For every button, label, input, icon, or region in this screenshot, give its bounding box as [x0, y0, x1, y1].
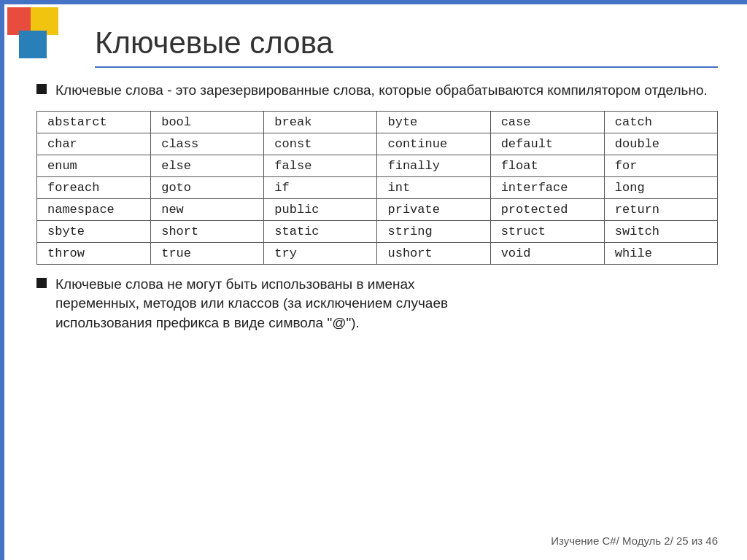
table-cell: int — [377, 176, 490, 198]
table-cell: float — [490, 155, 604, 176]
table-cell: finally — [377, 155, 490, 176]
table-row: enumelsefalsefinallyfloatfor — [37, 155, 718, 176]
table-cell: struct — [490, 220, 604, 242]
top-bar — [0, 0, 747, 4]
table-cell: private — [377, 198, 490, 220]
logo-blue — [19, 31, 47, 58]
table-cell: long — [604, 176, 717, 198]
table-cell: else — [151, 155, 264, 176]
table-cell: class — [151, 133, 264, 155]
table-cell: public — [264, 198, 377, 220]
table-cell: break — [264, 111, 377, 133]
bullet-square-1 — [36, 84, 47, 94]
table-cell: true — [151, 242, 264, 264]
table-cell: throw — [37, 242, 151, 264]
table-cell: for — [604, 155, 717, 176]
table-cell: return — [604, 198, 717, 220]
table-cell: interface — [490, 176, 604, 198]
bullet-item-2: Ключевые слова не могут быть использован… — [36, 275, 718, 333]
bullet-text-2: Ключевые слова не могут быть использован… — [55, 275, 448, 333]
table-cell: abstarct — [37, 111, 151, 133]
content-area: Ключевые слова - это зарезервированные с… — [36, 81, 718, 332]
keywords-table: abstarctboolbreakbytecasecatchcharclassc… — [36, 111, 718, 265]
table-cell: ushort — [377, 242, 490, 264]
table-cell: catch — [604, 111, 717, 133]
table-row: abstarctboolbreakbytecasecatch — [37, 111, 718, 133]
table-cell: string — [377, 220, 490, 242]
table-cell: void — [490, 242, 604, 264]
table-row: foreachgotoifintinterfacelong — [37, 176, 718, 198]
table-cell: while — [604, 242, 717, 264]
table-cell: new — [151, 198, 264, 220]
table-cell: char — [37, 133, 151, 155]
table-cell: default — [490, 133, 604, 155]
page-title: Ключевые слова — [95, 26, 718, 68]
bullet-square-2 — [36, 278, 47, 288]
table-row: sbyteshortstaticstringstructswitch — [37, 220, 718, 242]
table-cell: if — [264, 176, 377, 198]
table-cell: byte — [377, 111, 490, 133]
slide: Ключевые слова Ключевые слова - это заре… — [0, 0, 747, 560]
table-cell: switch — [604, 220, 717, 242]
bullet-item-1: Ключевые слова - это зарезервированные с… — [36, 81, 718, 101]
table-row: charclassconstcontinuedefaultdouble — [37, 133, 718, 155]
table-cell: foreach — [37, 176, 151, 198]
bullet-text-1: Ключевые слова - это зарезервированные с… — [55, 81, 708, 101]
table-cell: bool — [151, 111, 264, 133]
table-cell: false — [264, 155, 377, 176]
table-row: namespacenewpublicprivateprotectedreturn — [37, 198, 718, 220]
table-cell: short — [151, 220, 264, 242]
table-cell: goto — [151, 176, 264, 198]
table-cell: protected — [490, 198, 604, 220]
table-cell: double — [604, 133, 717, 155]
logo — [7, 7, 58, 58]
table-cell: continue — [377, 133, 490, 155]
table-cell: namespace — [37, 198, 151, 220]
footer: Изучение C#/ Модуль 2/ 25 из 46 — [551, 534, 718, 547]
table-row: throwtruetryushortvoidwhile — [37, 242, 718, 264]
table-cell: const — [264, 133, 377, 155]
left-bar — [0, 0, 4, 560]
table-cell: enum — [37, 155, 151, 176]
table-cell: sbyte — [37, 220, 151, 242]
table-cell: case — [490, 111, 604, 133]
table-cell: static — [264, 220, 377, 242]
table-cell: try — [264, 242, 377, 264]
